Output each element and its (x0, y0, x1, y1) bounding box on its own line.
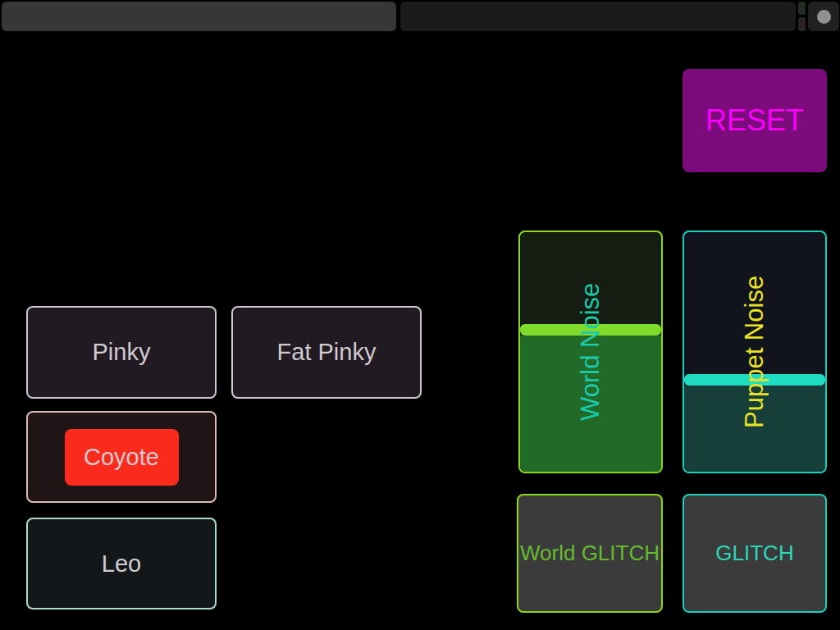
puppet-noise-fader[interactable]: Puppet Noise (682, 231, 827, 473)
control-surface: RESET Pinky Fat Pinky Coyote Leo World N… (0, 0, 840, 630)
world-noise-fader-handle[interactable] (520, 324, 661, 336)
leo-button[interactable]: Leo (26, 518, 217, 609)
reset-button[interactable]: RESET (682, 69, 827, 172)
world-glitch-label: World GLITCH (520, 541, 660, 566)
connection-indicator-top (798, 2, 806, 15)
options-button[interactable] (808, 2, 839, 31)
coyote-pressed-fill: Coyote (65, 429, 179, 486)
glitch-button[interactable]: GLITCH (682, 494, 827, 613)
leo-label: Leo (102, 550, 141, 578)
puppet-noise-fader-handle[interactable] (684, 374, 825, 386)
world-noise-fader[interactable]: World Noise (518, 231, 663, 473)
toolbar-tab-left[interactable] (2, 2, 396, 31)
dot-circle-icon (817, 10, 831, 24)
fat-pinky-button[interactable]: Fat Pinky (231, 306, 422, 399)
puppet-noise-fader-fill (684, 386, 825, 472)
coyote-button[interactable]: Coyote (26, 411, 217, 503)
connection-indicator-bottom (798, 17, 806, 31)
toolbar-tab-right[interactable] (400, 2, 796, 31)
pinky-label: Pinky (93, 339, 151, 366)
world-noise-fader-fill (520, 336, 661, 472)
glitch-label: GLITCH (715, 541, 793, 566)
coyote-label: Coyote (84, 444, 159, 471)
reset-label: RESET (705, 103, 804, 138)
pinky-button[interactable]: Pinky (26, 306, 217, 399)
world-glitch-button[interactable]: World GLITCH (517, 494, 663, 613)
fat-pinky-label: Fat Pinky (277, 339, 377, 366)
